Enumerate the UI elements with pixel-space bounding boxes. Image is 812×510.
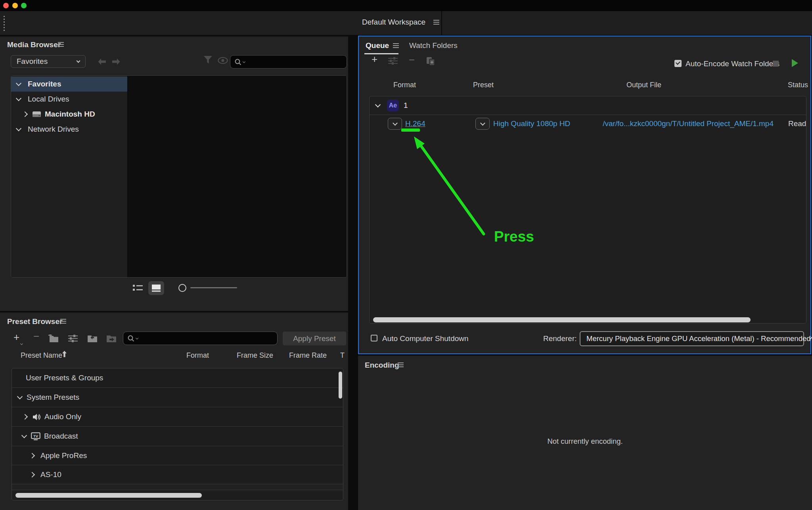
column-frame-size[interactable]: Frame Size — [237, 351, 273, 360]
minus-icon: − — [409, 56, 415, 64]
active-tab-underline — [364, 53, 398, 54]
preset-link[interactable]: High Quality 1080p HD — [493, 119, 570, 128]
add-source-button[interactable]: + — [372, 55, 377, 63]
format-dropdown-button[interactable] — [388, 118, 402, 130]
column-frame-rate[interactable]: Frame Rate — [289, 351, 327, 360]
renderer-dropdown-value: Mercury Playback Engine GPU Acceleration… — [586, 334, 811, 343]
tab-queue[interactable]: Queue — [366, 41, 389, 50]
minimize-button[interactable] — [12, 3, 18, 8]
chevron-down-icon[interactable] — [375, 102, 381, 107]
location-dropdown[interactable]: Favorites — [11, 55, 86, 68]
queue-panel-menu-icon[interactable] — [393, 43, 399, 48]
zoom-button[interactable] — [21, 3, 27, 8]
new-group-button[interactable] — [48, 334, 59, 343]
format-link[interactable]: H.264 — [405, 119, 425, 128]
zoom-slider-track[interactable] — [190, 287, 237, 288]
back-button[interactable] — [98, 58, 106, 65]
preset-row-system-presets[interactable]: System Presets — [12, 388, 343, 407]
workspace-bar: Default Workspace — [0, 11, 812, 35]
tv-icon: TV — [31, 432, 40, 440]
workspace-title[interactable]: Default Workspace — [362, 18, 439, 27]
remove-button[interactable]: − — [409, 56, 415, 64]
search-options-chevron-icon[interactable] — [243, 60, 245, 63]
preset-row-as-10[interactable]: AS-10 — [12, 465, 343, 484]
search-options-chevron-icon[interactable] — [136, 336, 138, 339]
queue-group-row[interactable]: Ae 1 — [370, 96, 806, 115]
preset-row-audio-only[interactable]: Audio Only — [12, 407, 343, 427]
export-preset-button[interactable] — [106, 334, 117, 343]
tree-item-macintosh-hd[interactable]: Macintosh HD — [11, 107, 127, 122]
workspace-menu-icon[interactable] — [433, 20, 439, 25]
chevron-right-icon[interactable] — [22, 414, 28, 420]
encoding-title: Encoding — [365, 361, 399, 370]
chevron-down-icon[interactable] — [16, 126, 21, 131]
tree-item-local-drives[interactable]: Local Drives — [11, 92, 127, 107]
create-preset-caret-icon — [20, 342, 23, 345]
queue-item-row[interactable]: H.264 High Quality 1080p HD /var/fo...kz… — [370, 115, 806, 133]
renderer-dropdown[interactable]: Mercury Playback Engine GPU Acceleration… — [580, 331, 804, 346]
media-browser-panel-menu-icon[interactable] — [58, 42, 64, 47]
preset-list-vertical-scrollbar[interactable] — [339, 372, 342, 399]
add-output-button[interactable] — [388, 57, 398, 65]
panel-grip[interactable] — [4, 16, 5, 31]
chevron-down-icon[interactable] — [21, 433, 27, 438]
chevron-down-icon[interactable] — [16, 81, 21, 86]
forward-button[interactable] — [112, 58, 121, 65]
import-folder-icon — [87, 334, 98, 343]
column-format[interactable]: Format — [186, 351, 209, 360]
start-queue-button[interactable] — [792, 59, 798, 67]
preset-browser-panel-menu-icon[interactable] — [60, 319, 66, 324]
chevron-down-icon — [393, 121, 398, 126]
auto-shutdown-checkbox[interactable] — [371, 335, 377, 341]
media-search-input[interactable] — [230, 55, 347, 69]
duplicate-icon — [426, 57, 435, 66]
output-file-link[interactable]: /var/fo...kzkc0000gn/T/Untitled Project_… — [603, 119, 774, 128]
duplicate-button[interactable] — [426, 57, 435, 66]
after-effects-badge: Ae — [387, 100, 399, 111]
tree-item-network-drives[interactable]: Network Drives — [11, 122, 127, 137]
apply-preset-button[interactable]: Apply Preset — [283, 332, 346, 345]
media-tree: Favorites Local Drives Macintosh HD Netw… — [11, 76, 127, 277]
preset-row-label: User Presets & Groups — [26, 374, 103, 382]
column-output-file: Output File — [626, 81, 661, 89]
chevron-down-icon[interactable] — [16, 96, 21, 101]
chevron-right-icon[interactable] — [22, 111, 28, 117]
filter-button[interactable] — [203, 56, 213, 64]
preset-dropdown-button[interactable] — [475, 118, 490, 130]
preset-row-user-presets[interactable]: User Presets & Groups — [12, 368, 343, 388]
thumbnail-view-button[interactable] — [148, 281, 164, 295]
import-preset-button[interactable] — [87, 334, 98, 343]
preset-row-broadcast[interactable]: TV Broadcast — [12, 427, 343, 446]
create-preset-button[interactable]: + — [13, 333, 19, 341]
preset-row-apple-prores[interactable]: Apple ProRes — [12, 446, 343, 465]
preset-browser-title: Preset Browser — [7, 317, 62, 326]
preset-row-label: Broadcast — [44, 432, 78, 441]
preset-search-input[interactable] — [123, 332, 278, 345]
column-preset: Preset — [473, 81, 494, 89]
queue-group-name: 1 — [404, 101, 408, 110]
auto-encode-checkbox[interactable] — [674, 60, 682, 67]
close-button[interactable] — [3, 3, 9, 8]
search-icon — [127, 335, 135, 342]
encoding-panel-menu-icon[interactable] — [398, 362, 404, 367]
chevron-right-icon[interactable] — [29, 452, 35, 458]
column-preset-name[interactable]: Preset Name — [21, 351, 62, 360]
column-status: Status — [788, 81, 808, 89]
preset-list-horizontal-scrollbar[interactable] — [15, 493, 202, 498]
hide-items-button[interactable] — [218, 57, 228, 64]
chevron-right-icon[interactable] — [29, 472, 35, 477]
delete-preset-button[interactable]: − — [33, 332, 39, 340]
preset-row-partial — [12, 484, 343, 490]
tree-item-label: Network Drives — [28, 125, 79, 134]
chevron-down-icon — [77, 59, 80, 63]
chevron-down-icon[interactable] — [17, 394, 23, 399]
stop-queue-button[interactable] — [773, 61, 779, 67]
preset-settings-button[interactable] — [68, 335, 78, 342]
zoom-slider-knob[interactable] — [178, 284, 186, 292]
column-truncated[interactable]: T — [340, 351, 345, 360]
tree-item-favorites[interactable]: Favorites — [11, 77, 127, 92]
queue-horizontal-scrollbar[interactable] — [373, 317, 751, 322]
tab-watch-folders[interactable]: Watch Folders — [409, 41, 458, 50]
sort-ascending-icon[interactable] — [62, 351, 67, 357]
list-view-button[interactable] — [132, 284, 143, 292]
